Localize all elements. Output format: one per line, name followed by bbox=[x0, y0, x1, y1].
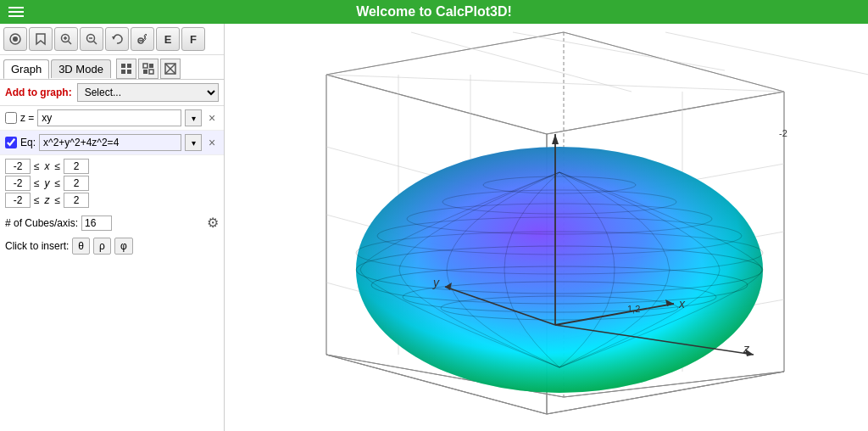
insert-rho[interactable]: ρ bbox=[93, 238, 111, 255]
eq1-checkbox[interactable] bbox=[5, 137, 17, 148]
wrench-button[interactable] bbox=[131, 27, 154, 51]
eq1-label: Eq: bbox=[20, 137, 36, 148]
zoom-in-button[interactable] bbox=[54, 27, 78, 51]
svg-rect-17 bbox=[143, 70, 147, 74]
x-max-input[interactable] bbox=[64, 159, 89, 174]
svg-rect-11 bbox=[121, 64, 125, 68]
tab-graph[interactable]: Graph bbox=[3, 59, 49, 79]
mode-tabs: Graph 3D Mode bbox=[0, 55, 224, 80]
eq1-input[interactable] bbox=[39, 134, 181, 151]
main-layout: E F Graph 3D Mode bbox=[0, 24, 868, 431]
y-max-input[interactable] bbox=[64, 176, 89, 191]
func-row-1: z = ▾ × bbox=[0, 106, 224, 131]
left-panel: E F Graph 3D Mode bbox=[0, 24, 225, 431]
svg-point-52 bbox=[356, 147, 763, 393]
svg-rect-12 bbox=[127, 64, 131, 68]
func1-label: z = bbox=[20, 112, 34, 124]
z-min-input[interactable] bbox=[5, 193, 31, 208]
toolbar: E F bbox=[0, 24, 224, 55]
y-axis-label: y bbox=[432, 276, 440, 289]
app-title: Welcome to CalcPlot3D! bbox=[356, 4, 512, 20]
menu-icon[interactable] bbox=[5, 3, 27, 20]
svg-line-43 bbox=[411, 32, 632, 92]
svg-line-30 bbox=[326, 32, 564, 75]
canvas-area[interactable]: x 1,2 y z -2 bbox=[225, 24, 868, 431]
z-max-input[interactable] bbox=[64, 193, 89, 208]
x-axis-label: x bbox=[678, 297, 686, 311]
home-button[interactable] bbox=[3, 27, 27, 51]
svg-marker-67 bbox=[552, 134, 559, 144]
svg-line-31 bbox=[564, 32, 784, 92]
func1-dropdown[interactable]: ▾ bbox=[185, 109, 202, 126]
svg-marker-1 bbox=[36, 34, 45, 44]
settings-gear-icon[interactable]: ⚙ bbox=[207, 215, 219, 231]
range-table: ≤ x ≤ ≤ y ≤ ≤ z ≤ bbox=[0, 155, 224, 213]
f-button[interactable]: F bbox=[181, 27, 205, 51]
add-to-graph-label: Add to graph: bbox=[5, 87, 72, 98]
func1-checkbox[interactable] bbox=[5, 112, 17, 124]
grid-icon-3[interactable] bbox=[160, 59, 181, 79]
app-header: Welcome to CalcPlot3D! bbox=[0, 0, 868, 24]
3d-scene[interactable]: x 1,2 y z -2 bbox=[225, 24, 868, 431]
svg-line-32 bbox=[547, 92, 784, 134]
add-to-graph-row: Add to graph: Select... Function z=f(x,y… bbox=[0, 80, 224, 106]
y-tick-minus2: -2 bbox=[779, 128, 787, 138]
svg-rect-13 bbox=[121, 70, 125, 74]
insert-label: Click to insert: bbox=[5, 240, 69, 252]
svg-line-45 bbox=[665, 32, 868, 75]
zoom-out-button[interactable] bbox=[80, 27, 103, 51]
func1-close[interactable]: × bbox=[205, 111, 219, 125]
y-min-input[interactable] bbox=[5, 176, 31, 191]
cubes-input[interactable] bbox=[81, 216, 112, 231]
svg-rect-18 bbox=[149, 70, 153, 74]
func1-input[interactable] bbox=[37, 109, 181, 126]
svg-line-46 bbox=[326, 75, 784, 92]
x-min-input[interactable] bbox=[5, 159, 31, 174]
add-to-graph-select[interactable]: Select... Function z=f(x,y) Parametric S… bbox=[77, 83, 219, 102]
eq1-dropdown[interactable]: ▾ bbox=[185, 134, 202, 151]
svg-rect-14 bbox=[127, 70, 131, 74]
svg-line-33 bbox=[326, 75, 547, 134]
z-range-row: ≤ z ≤ bbox=[5, 193, 219, 208]
cubes-row: # of Cubes/axis: ⚙ bbox=[0, 213, 224, 234]
tab-3d-mode[interactable]: 3D Mode bbox=[51, 59, 111, 78]
insert-phi[interactable]: φ bbox=[114, 238, 133, 255]
insert-theta[interactable]: θ bbox=[72, 238, 90, 255]
bookmark-button[interactable] bbox=[29, 27, 53, 51]
grid-icons bbox=[116, 59, 181, 79]
x-tick-1: 1,2 bbox=[627, 304, 640, 314]
svg-rect-16 bbox=[149, 64, 153, 68]
undo-button[interactable] bbox=[105, 27, 129, 51]
grid-icon-2[interactable] bbox=[138, 59, 159, 79]
y-range-row: ≤ y ≤ bbox=[5, 176, 219, 191]
cubes-label: # of Cubes/axis: bbox=[5, 217, 78, 229]
insert-row: Click to insert: θ ρ φ bbox=[0, 234, 224, 258]
e-button[interactable]: E bbox=[156, 27, 180, 51]
eq1-close[interactable]: × bbox=[205, 136, 219, 149]
x-range-row: ≤ x ≤ bbox=[5, 159, 219, 174]
svg-line-3 bbox=[69, 42, 72, 45]
eq-row-1: Eq: ▾ × bbox=[0, 131, 224, 155]
svg-line-7 bbox=[94, 42, 97, 45]
svg-rect-15 bbox=[143, 64, 147, 68]
svg-marker-9 bbox=[112, 36, 115, 40]
grid-icon-1[interactable] bbox=[116, 59, 136, 79]
